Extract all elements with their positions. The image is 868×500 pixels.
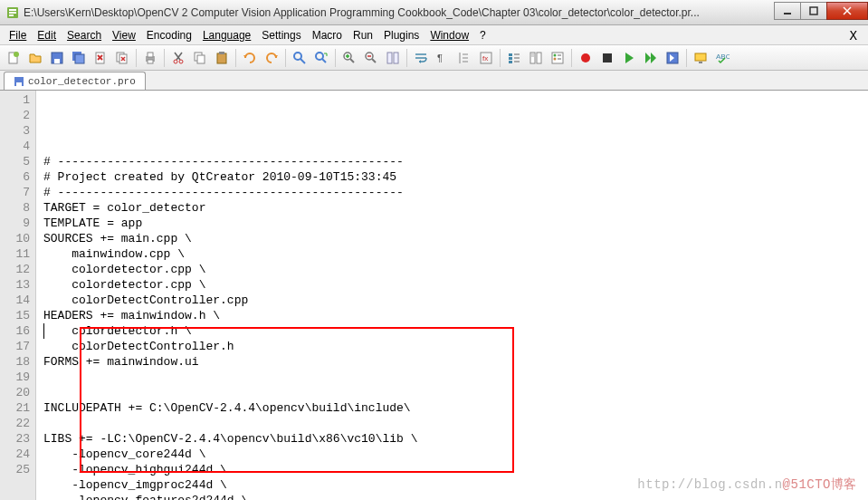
- record-icon[interactable]: [576, 48, 596, 68]
- svg-point-66: [554, 57, 557, 60]
- menu-close-x[interactable]: X: [843, 26, 864, 44]
- code-line: colorDetectController.cpp: [43, 293, 868, 308]
- menu-help[interactable]: ?: [474, 27, 491, 43]
- sync-scroll-icon[interactable]: [383, 48, 403, 68]
- svg-rect-54: [509, 53, 512, 56]
- menu-file[interactable]: File: [4, 27, 32, 43]
- show-chars-icon[interactable]: ¶: [433, 48, 453, 68]
- replace-icon[interactable]: [311, 48, 331, 68]
- svg-line-35: [322, 59, 326, 62]
- svg-rect-44: [394, 53, 398, 63]
- close-all-icon[interactable]: [112, 48, 132, 68]
- svg-rect-30: [217, 53, 226, 63]
- spellcheck-icon[interactable]: ABC: [712, 48, 732, 68]
- doc-list-icon[interactable]: [504, 48, 524, 68]
- svg-line-39: [350, 59, 354, 62]
- svg-rect-29: [197, 55, 205, 63]
- print-icon[interactable]: [140, 48, 160, 68]
- cut-icon[interactable]: [168, 48, 188, 68]
- titlebar: E:\Users\Kern\Desktop\OpenCV 2 Computer …: [0, 0, 868, 25]
- minimize-button[interactable]: [774, 2, 801, 20]
- window-title: E:\Users\Kern\Desktop\OpenCV 2 Computer …: [24, 6, 775, 19]
- menu-run[interactable]: Run: [348, 27, 378, 43]
- svg-rect-5: [810, 7, 817, 14]
- stop-icon[interactable]: [597, 48, 617, 68]
- menu-encoding[interactable]: Encoding: [141, 27, 197, 43]
- tab-label: color_detector.pro: [28, 76, 136, 87]
- code-line: mainwindow.cpp \: [43, 246, 868, 262]
- play-multi-icon[interactable]: [641, 48, 661, 68]
- new-file-icon[interactable]: [4, 48, 24, 68]
- menu-edit[interactable]: Edit: [32, 27, 62, 43]
- svg-rect-70: [603, 53, 612, 62]
- svg-point-26: [174, 60, 177, 63]
- code-area[interactable]: # --------------------------------------…: [36, 91, 868, 500]
- menu-settings[interactable]: Settings: [256, 27, 306, 43]
- line-number: 6: [0, 169, 30, 185]
- line-number: 25: [0, 462, 30, 477]
- menu-language[interactable]: Language: [197, 27, 256, 43]
- play-icon[interactable]: [619, 48, 639, 68]
- svg-point-32: [294, 53, 301, 60]
- line-number: 22: [0, 416, 30, 431]
- svg-rect-1: [9, 9, 16, 11]
- toolbar-separator: [235, 49, 236, 67]
- code-line: LIBS += -LC:\OpenCV-2.4.4\opencv\build\x…: [43, 431, 868, 447]
- code-line: colorDetectController.h: [43, 339, 868, 354]
- svg-line-33: [300, 59, 305, 63]
- toolbar-separator: [285, 49, 286, 67]
- save-macro-icon[interactable]: [663, 48, 682, 68]
- copy-icon[interactable]: [190, 48, 210, 68]
- window-controls: [775, 2, 868, 20]
- line-number: 8: [0, 200, 30, 216]
- code-line: # Project created by QtCreator 2010-09-1…: [43, 169, 868, 185]
- line-number: 24: [0, 447, 30, 462]
- menu-plugins[interactable]: Plugins: [378, 27, 424, 43]
- line-number: 23: [0, 431, 30, 447]
- menu-search[interactable]: Search: [62, 27, 107, 43]
- code-line: # --------------------------------------…: [43, 154, 868, 169]
- line-number: 10: [0, 231, 30, 246]
- close-file-icon[interactable]: [91, 48, 110, 68]
- code-line: INCLUDEPATH += C:\OpenCV-2.4.4\opencv\bu…: [43, 400, 868, 416]
- code-line: -lopencv_core244d \: [43, 447, 868, 462]
- find-icon[interactable]: [290, 48, 310, 68]
- maximize-button[interactable]: [800, 2, 827, 20]
- close-button[interactable]: [826, 2, 868, 20]
- toolbar-separator: [136, 49, 137, 67]
- monitor-icon[interactable]: [691, 48, 711, 68]
- lang-icon[interactable]: fx: [476, 48, 496, 68]
- line-number: 16: [0, 323, 30, 339]
- zoom-in-icon[interactable]: [339, 48, 359, 68]
- svg-rect-56: [509, 61, 512, 63]
- line-number: 2: [0, 108, 30, 123]
- save-all-icon[interactable]: [69, 48, 89, 68]
- line-number: 18: [0, 354, 30, 370]
- indent-guide-icon[interactable]: [454, 48, 474, 68]
- code-line: TEMPLATE = app: [43, 216, 868, 231]
- zoom-out-icon[interactable]: [361, 48, 381, 68]
- open-icon[interactable]: [25, 48, 45, 68]
- text-cursor: [43, 323, 44, 339]
- toolbar-separator: [571, 49, 572, 67]
- word-wrap-icon[interactable]: [411, 48, 431, 68]
- code-line: -lopencv_features2d244d \: [43, 493, 868, 500]
- svg-rect-76: [16, 82, 22, 86]
- func-list-icon[interactable]: [548, 48, 568, 68]
- code-line: FORMS += mainwindow.ui: [43, 354, 868, 370]
- code-line: [43, 385, 868, 400]
- tab-color-detector-pro[interactable]: color_detector.pro: [4, 72, 146, 90]
- menu-window[interactable]: Window: [424, 27, 474, 43]
- svg-rect-64: [552, 53, 563, 63]
- menu-macro[interactable]: Macro: [307, 27, 348, 43]
- code-line: [43, 416, 868, 431]
- menu-view[interactable]: View: [107, 27, 141, 43]
- undo-icon[interactable]: [240, 48, 260, 68]
- save-icon[interactable]: [47, 48, 67, 68]
- doc-map-icon[interactable]: [526, 48, 546, 68]
- toolbar-separator: [500, 49, 501, 67]
- svg-rect-3: [9, 14, 14, 16]
- paste-icon[interactable]: [212, 48, 232, 68]
- redo-icon[interactable]: [262, 48, 281, 68]
- toolbar-separator: [406, 49, 407, 67]
